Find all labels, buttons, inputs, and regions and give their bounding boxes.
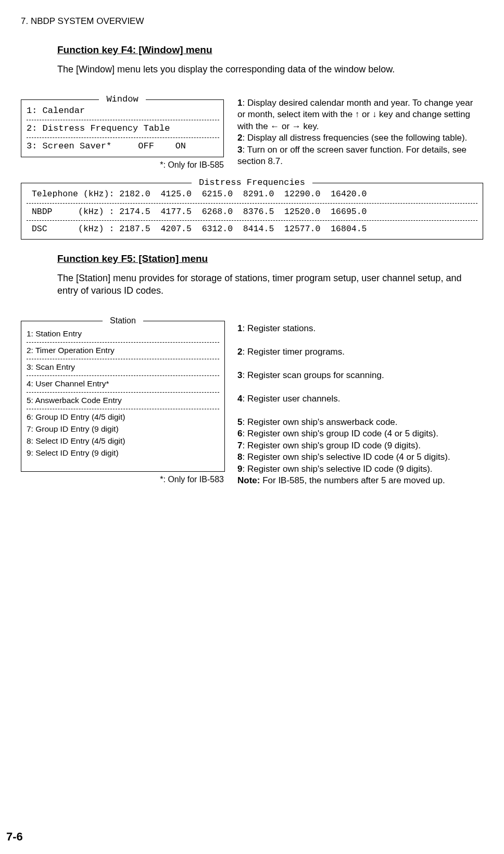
desc-text-1: : Display desired calendar month and yea… [237,98,473,131]
section-intro-f4: The [Window] menu lets you display the c… [57,63,483,76]
desc-text-7: : Register own ship's group ID code (9 d… [242,441,420,450]
separator [27,392,219,393]
desc-text-4: : Register user channels. [242,394,340,404]
separator [27,120,219,120]
separator [27,375,219,376]
station-item-4: 4: User Channel Entry* [27,379,219,390]
distress-row-telephone: Telephone (kHz): 2182.0 4125.0 6215.0 82… [27,189,477,200]
station-footnote: *: Only for IB-583 [21,474,224,485]
separator [27,220,477,221]
window-item-distress: 2: Distress Frequency Table [27,123,219,135]
desc-text-9: : Register own ship's selective ID code … [242,464,432,474]
section-title-f5: Function key F5: [Station] menu [57,252,483,266]
station-item-6: 6: Group ID Entry (4/5 digit) [27,412,219,423]
window-item-calendar: 1: Calendar [27,105,219,117]
station-item-8: 8: Select ID Entry (4/5 digit) [27,436,219,447]
section-title-f4: Function key F4: [Window] menu [57,43,483,57]
window-menu-box: Window 1: Calendar 2: Distress Frequency… [21,99,224,157]
distress-frequencies-box: Distress Frequencies Telephone (kHz): 21… [21,183,483,240]
station-item-5: 5: Answerback Code Entry [27,395,219,406]
station-item-7: 7: Group ID Entry (9 digit) [27,424,219,435]
station-item-3: 3: Scan Entry [27,362,219,373]
window-item-screensaver: 3: Screen Saver* OFF ON [27,141,219,153]
station-item-1: 1: Station Entry [27,329,219,340]
station-menu-box: Station 1: Station Entry 2: Timer Operat… [21,321,225,471]
distress-box-title: Distress Frequencies [192,178,312,187]
section-intro-f5: The [Station] menu provides for storage … [57,272,483,297]
distress-row-dsc: DSC (kHz) : 2187.5 4207.5 6312.0 8414.5 … [27,223,477,235]
station-box-title: Station [103,316,143,325]
desc-text-5: : Register own ship's answerback code. [242,417,397,427]
window-footnote: *: Only for IB-585 [21,159,224,171]
desc-text-3: : Turn on or off the screen saver functi… [237,145,467,166]
station-item-2: 2: Timer Operation Entry [27,345,219,356]
separator [27,137,219,138]
separator [27,359,219,359]
distress-row-nbdp: NBDP (kHz) : 2174.5 4177.5 6268.0 8376.5… [27,206,477,218]
desc-text-6: : Register own ship's group ID code (4 o… [242,429,438,438]
desc-text-2: : Display all distress frequencies (see … [242,133,467,143]
desc-text-8: : Register own ship's selective ID code … [242,452,450,462]
desc-text-3: : Register scan groups for scanning. [242,370,384,380]
desc-note-text: For IB-585, the numbers after 5 are move… [260,475,445,485]
desc-text-2: : Register timer programs. [242,347,345,357]
chapter-header: 7. NBDP SYSTEM OVERVIEW [21,16,483,28]
separator [27,342,219,343]
desc-note-label: Note: [237,475,260,485]
separator [27,203,477,204]
window-box-title: Window [99,94,145,104]
separator [27,409,219,409]
desc-text-1: : Register stations. [242,323,316,333]
station-item-9: 9: Select ID Entry (9 digit) [27,448,219,459]
